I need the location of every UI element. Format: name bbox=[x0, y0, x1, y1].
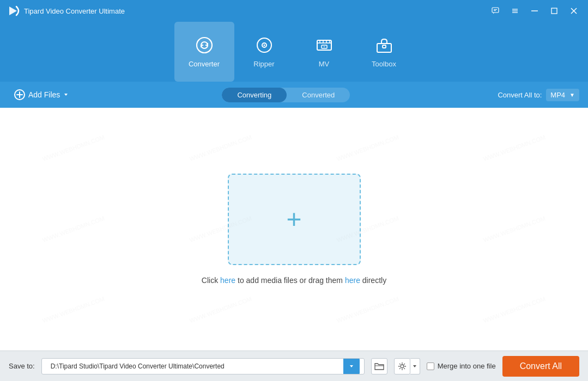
app-logo bbox=[7, 4, 20, 17]
drop-hint-text-1: Click bbox=[202, 276, 220, 285]
drop-hint-text-2: to add media files or drag them bbox=[235, 276, 345, 285]
tab-converting[interactable]: Converting bbox=[222, 88, 287, 102]
gear-icon bbox=[398, 362, 407, 371]
watermark: WWW.WEBHDMN.COM bbox=[0, 108, 156, 211]
drop-plus-icon: + bbox=[286, 206, 301, 232]
path-dropdown-icon bbox=[349, 364, 354, 369]
drop-hint-link-2[interactable]: here bbox=[345, 276, 360, 285]
merge-checkbox-area: Merge into one file bbox=[427, 362, 496, 370]
format-dropdown-icon: ▼ bbox=[569, 92, 575, 98]
minimize-button[interactable] bbox=[527, 3, 542, 19]
svg-rect-1 bbox=[492, 8, 499, 13]
nav-ripper[interactable]: Ripper bbox=[234, 22, 294, 82]
nav-mv-label: MV bbox=[319, 60, 330, 68]
window-controls bbox=[488, 3, 581, 19]
drop-hint[interactable]: Click here to add media files or drag th… bbox=[202, 276, 386, 285]
converter-icon bbox=[195, 36, 214, 57]
titlebar: Tipard Video Converter Ultimate bbox=[0, 0, 588, 22]
save-path-text: D:\Tipard Studio\Tipard Video Converter … bbox=[46, 362, 344, 370]
tab-group: Converting Converted bbox=[222, 88, 350, 102]
convert-all-to: Convert All to: MP4 ▼ bbox=[498, 89, 579, 101]
svg-rect-24 bbox=[383, 45, 386, 48]
folder-icon bbox=[374, 362, 384, 371]
nav-converter-label: Converter bbox=[189, 60, 220, 68]
nav-converter[interactable]: Converter bbox=[174, 22, 234, 82]
navbar: Converter Ripper MV bbox=[0, 22, 588, 82]
ripper-icon bbox=[255, 36, 274, 57]
add-files-dropdown-icon bbox=[63, 92, 69, 97]
svg-point-15 bbox=[263, 44, 265, 46]
add-files-label: Add Files bbox=[28, 90, 60, 99]
close-button[interactable] bbox=[566, 3, 581, 19]
svg-marker-0 bbox=[9, 7, 17, 15]
drop-hint-text-3: directly bbox=[360, 276, 386, 285]
watermark: WWW.WEBHDMN.COM bbox=[432, 247, 588, 351]
merge-label: Merge into one file bbox=[438, 362, 496, 370]
hamburger-button[interactable] bbox=[507, 3, 523, 19]
format-select[interactable]: MP4 ▼ bbox=[546, 89, 579, 101]
svg-marker-4 bbox=[493, 13, 494, 14]
settings-group bbox=[394, 358, 420, 374]
convert-all-button[interactable]: Convert All bbox=[502, 356, 579, 377]
save-path-dropdown-button[interactable] bbox=[343, 358, 360, 374]
statusbar: Save to: D:\Tipard Studio\Tipard Video C… bbox=[0, 351, 588, 381]
format-value: MP4 bbox=[550, 91, 565, 99]
open-folder-button[interactable] bbox=[371, 358, 387, 374]
merge-checkbox[interactable] bbox=[427, 362, 434, 370]
chat-button[interactable] bbox=[488, 3, 503, 19]
app-title: Tipard Video Converter Ultimate bbox=[24, 7, 488, 15]
settings-button[interactable] bbox=[394, 358, 410, 374]
nav-mv[interactable]: MV bbox=[294, 22, 354, 82]
save-path-container: D:\Tipard Studio\Tipard Video Converter … bbox=[41, 358, 365, 374]
svg-marker-22 bbox=[324, 46, 325, 47]
nav-ripper-label: Ripper bbox=[253, 60, 274, 68]
svg-point-30 bbox=[401, 365, 404, 368]
maximize-button[interactable] bbox=[547, 3, 562, 19]
mv-icon bbox=[315, 36, 334, 57]
svg-marker-27 bbox=[64, 94, 68, 96]
svg-marker-28 bbox=[350, 365, 353, 367]
watermark: WWW.WEBHDMN.COM bbox=[432, 108, 588, 211]
nav-toolbox-label: Toolbox bbox=[372, 60, 396, 68]
toolbar: Add Files Converting Converted Convert A… bbox=[0, 82, 588, 108]
save-to-label: Save to: bbox=[9, 362, 35, 370]
add-files-button[interactable]: Add Files bbox=[9, 86, 74, 103]
settings-dropdown-button[interactable] bbox=[410, 358, 420, 374]
nav-toolbox[interactable]: Toolbox bbox=[354, 22, 414, 82]
add-files-icon bbox=[14, 89, 25, 100]
tab-converted[interactable]: Converted bbox=[287, 88, 350, 102]
watermark: WWW.WEBHDMN.COM bbox=[432, 166, 588, 292]
drop-hint-link-1[interactable]: here bbox=[220, 276, 235, 285]
toolbox-icon bbox=[375, 36, 393, 57]
watermark: WWW.WEBHDMN.COM bbox=[0, 247, 156, 351]
convert-all-to-label: Convert All to: bbox=[498, 91, 542, 99]
svg-point-12 bbox=[197, 38, 212, 53]
settings-chevron-icon bbox=[413, 364, 417, 368]
svg-rect-9 bbox=[551, 8, 557, 14]
svg-marker-31 bbox=[413, 365, 416, 367]
main-content: WWW.WEBHDMN.COM WWW.WEBHDMN.COM WWW.WEBH… bbox=[0, 108, 588, 351]
watermark: WWW.WEBHDMN.COM bbox=[0, 166, 156, 292]
drop-zone[interactable]: + bbox=[228, 174, 361, 265]
